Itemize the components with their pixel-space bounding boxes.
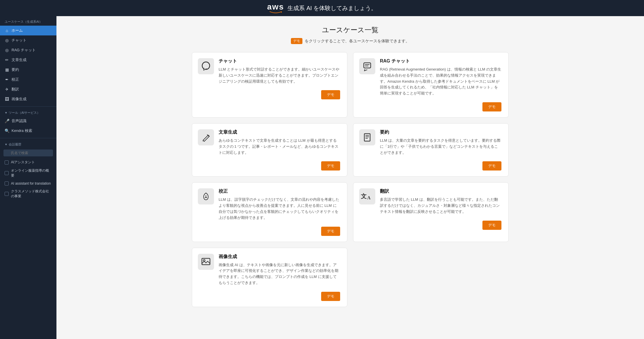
card-chat: チャット LLM とチャット形式で対話することができます。細かいユースケースや新… (192, 52, 347, 118)
card-image-gen-desc: 画像生成 AI は、テキストや画像を元に新しい画像を生成できます。アイデアを即座… (219, 262, 340, 286)
card-chat-header: チャット LLM とチャット形式で対話することができます。細かいユースケースや新… (198, 58, 340, 84)
card-rag-chat-desc: RAG (Retrieval Augmented Generation) は、情… (380, 67, 501, 96)
card-chat-body: チャット LLM とチャット形式で対話することができます。細かいユースケースや新… (219, 58, 340, 84)
chat-icon: ◎ (5, 38, 9, 43)
sidebar-item-speech[interactable]: 🎤 音声認識 (0, 116, 56, 126)
history-arrow-icon: ▼ (5, 143, 7, 146)
app-body: ユースケース（生成系AI） ⌂ ホーム ◎ チャット ◎ RAG チャット ✏ … (0, 16, 644, 339)
card-rag-chat-body: RAG チャット RAG (Retrieval Augmented Genera… (380, 58, 501, 96)
sidebar-divider-2 (0, 138, 56, 138)
card-translate-body: 翻訳 多言語で学習した LLM は、翻訳を行うことも可能です。また、ただ翻訳する… (380, 188, 501, 215)
card-text-gen-demo-btn[interactable]: デモ (321, 161, 340, 171)
card-image-gen-body: 画像生成 画像生成 AI は、テキストや画像を元に新しい画像を生成できます。アイ… (219, 254, 340, 286)
card-translate-demo-btn[interactable]: デモ (482, 221, 501, 230)
card-chat-title: チャット (219, 58, 340, 64)
kendra-icon: 🔍 (5, 128, 9, 133)
text-gen-icon: ✏ (5, 58, 9, 62)
sidebar-item-kendra-label: Kendra 検索 (12, 128, 32, 133)
history-checkbox-1 (5, 160, 9, 164)
cards-grid: チャット LLM とチャット形式で対話することができます。細かいユースケースや新… (192, 52, 509, 307)
card-summary: 要約 LLM は、大量の文章を要約するタスクを得意としています。要約する際に「1… (353, 123, 509, 177)
history-checkbox-4 (5, 192, 9, 196)
header-content: aws 生成系 AI を体験してみましょう。 (267, 3, 377, 13)
card-summary-desc: LLM は、大量の文章を要約するタスクを得意としています。要約する際に「1行で」… (380, 138, 501, 156)
card-text-gen-body: 文章生成 あらゆるコンテキストで文章を生成することは LLM が最も得意とするタ… (219, 129, 340, 156)
card-translate-icon: 文 A (359, 188, 375, 204)
card-text-gen: 文章生成 あらゆるコンテキストで文章を生成することは LLM が最も得意とするタ… (192, 123, 347, 177)
sidebar-item-home[interactable]: ⌂ ホーム (0, 26, 56, 35)
sidebar-item-chat[interactable]: ◎ チャット (0, 35, 56, 45)
sidebar-item-home-label: ホーム (12, 28, 23, 33)
card-rag-chat-demo-btn[interactable]: デモ (482, 102, 501, 111)
card-proofread-title: 校正 (219, 188, 340, 194)
aws-text: aws (267, 3, 284, 11)
card-chat-icon (198, 58, 214, 74)
sidebar-item-rag-chat[interactable]: ◎ RAG チャット (0, 45, 56, 55)
svg-text:文: 文 (361, 193, 367, 199)
history-item-4[interactable]: クラスメソッド株式会社の事業 (0, 187, 56, 200)
history-section-title: ▼ 会話履歴 (0, 141, 56, 148)
tools-section-title: ▼ ツール（AIサービス） (0, 109, 56, 116)
sidebar-item-summary[interactable]: ▦ 要約 (0, 65, 56, 75)
header-title: 生成系 AI を体験してみましょう。 (287, 4, 377, 12)
sidebar-item-image-gen[interactable]: 🖼 画像生成 (0, 94, 56, 104)
sidebar-section-title: ユースケース（生成系AI） (0, 16, 56, 26)
card-text-gen-icon (198, 129, 214, 145)
history-item-3[interactable]: AI assistant for translation (0, 180, 56, 187)
card-image-gen-demo-btn[interactable]: デモ (321, 292, 340, 301)
sidebar: ユースケース（生成系AI） ⌂ ホーム ◎ チャット ◎ RAG チャット ✏ … (0, 16, 56, 339)
sidebar-item-text-gen[interactable]: ✏ 文章生成 (0, 55, 56, 65)
card-translate-footer: デモ (359, 221, 501, 230)
aws-logo: aws (267, 3, 284, 13)
card-rag-chat-icon (359, 58, 375, 74)
image-gen-icon: 🖼 (5, 97, 9, 101)
sidebar-item-rag-chat-label: RAG チャット (12, 48, 36, 53)
history-checkbox-3 (5, 181, 9, 185)
sidebar-item-image-gen-label: 画像生成 (12, 96, 26, 102)
search-input[interactable] (3, 149, 53, 156)
card-image-gen-header: 画像生成 画像生成 AI は、テキストや画像を元に新しい画像を生成できます。アイ… (198, 254, 340, 286)
main-content: ユースケース一覧 デモ をクリックすることで、各ユースケースを体験できます。 (56, 16, 644, 339)
card-summary-footer: デモ (359, 161, 501, 171)
page-title: ユースケース一覧 (68, 25, 632, 35)
card-translate-desc: 多言語で学習した LLM は、翻訳を行うことも可能です。また、ただ翻訳するだけで… (380, 197, 501, 215)
card-text-gen-title: 文章生成 (219, 129, 340, 135)
history-checkbox-2 (5, 171, 9, 175)
card-text-gen-desc: あらゆるコンテキストで文章を生成することは LLM が最も得意とするタスクの１つ… (219, 138, 340, 156)
sidebar-item-translate-label: 翻訳 (12, 87, 19, 92)
sidebar-item-kendra[interactable]: 🔍 Kendra 検索 (0, 126, 56, 136)
page-subtitle: デモ をクリックすることで、各ユースケースを体験できます。 (68, 38, 632, 44)
sidebar-item-proofread[interactable]: ✒ 校正 (0, 75, 56, 84)
card-image-gen: 画像生成 画像生成 AI は、テキストや画像を元に新しい画像を生成できます。アイ… (192, 248, 347, 307)
search-container: 🔍 (0, 148, 56, 158)
sidebar-item-text-gen-label: 文章生成 (12, 57, 26, 63)
card-proofread: 校正 LLM は、誤字脱字のチェックだけでなく、文章の流れや内容を考慮したより客… (192, 182, 347, 242)
card-translate: 文 A 翻訳 多言語で学習した LLM は、翻訳を行うことも可能です。また、ただ… (353, 182, 509, 242)
subtitle-text: をクリックすることで、各ユースケースを体験できます。 (305, 39, 410, 44)
svg-rect-6 (364, 134, 370, 141)
card-summary-demo-btn[interactable]: デモ (482, 161, 501, 171)
proofread-icon: ✒ (5, 77, 9, 82)
summary-icon: ▦ (5, 67, 9, 72)
history-item-1[interactable]: AIアシスタント (0, 158, 56, 166)
card-image-gen-title: 画像生成 (219, 254, 340, 260)
sidebar-item-chat-label: チャット (12, 38, 26, 43)
card-chat-footer: デモ (198, 90, 340, 99)
sidebar-item-translate[interactable]: ✈ 翻訳 (0, 84, 56, 94)
demo-badge: デモ (291, 38, 302, 44)
search-wrapper: 🔍 (3, 149, 53, 156)
tools-arrow-icon: ▼ (5, 111, 7, 114)
card-chat-demo-btn[interactable]: デモ (321, 90, 340, 99)
svg-rect-12 (202, 258, 210, 265)
card-summary-title: 要約 (380, 129, 501, 135)
svg-rect-3 (364, 63, 371, 68)
card-image-gen-footer: デモ (198, 292, 340, 301)
card-chat-desc: LLM とチャット形式で対話することができます。細かいユースケースや新しいユース… (219, 67, 340, 84)
card-proofread-demo-btn[interactable]: デモ (321, 227, 340, 236)
header: aws 生成系 AI を体験してみましょう。 (0, 0, 644, 16)
card-rag-chat: RAG チャット RAG (Retrieval Augmented Genera… (353, 52, 509, 118)
card-image-gen-icon (198, 254, 214, 270)
card-text-gen-header: 文章生成 あらゆるコンテキストで文章を生成することは LLM が最も得意とするタ… (198, 129, 340, 156)
card-summary-header: 要約 LLM は、大量の文章を要約するタスクを得意としています。要約する際に「1… (359, 129, 501, 156)
history-item-2[interactable]: オンライン服薬指導の概要 (0, 166, 56, 180)
